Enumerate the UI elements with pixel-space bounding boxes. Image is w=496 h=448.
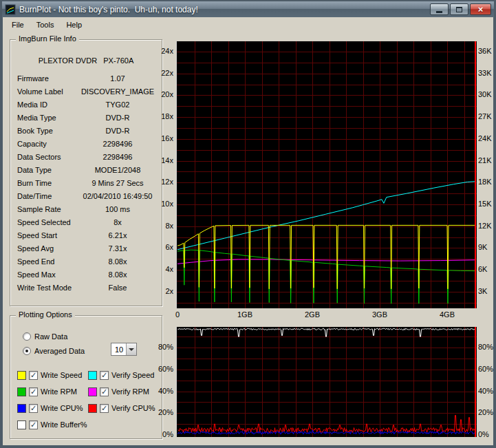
raw-data-radio[interactable] (23, 332, 31, 341)
x-axis-label: 2GB (305, 310, 320, 319)
legend-item-verify-cpu[interactable]: ✓ Verify CPU% (88, 400, 159, 416)
color-swatch (88, 387, 97, 396)
y-axis-label: 40% (158, 387, 173, 396)
info-label: Capacity (17, 140, 80, 148)
legend-item-write-cpu[interactable]: ✓ Write CPU% (17, 400, 88, 416)
y-axis-label: 2x (158, 287, 173, 296)
info-label: Date/Time (17, 192, 80, 200)
device-name: PLEXTOR DVDR PX-760A (10, 56, 162, 65)
info-value: 02/04/2010 16:49:50 (80, 192, 155, 200)
window-content: FileToolsHelp ImgBurn File Info PLEXTOR … (3, 17, 493, 445)
buffer-cpu-chart (176, 327, 477, 437)
info-value: 9 Mins 27 Secs (80, 179, 155, 187)
y-axis-label: 24x (158, 47, 173, 56)
legend-item-write-rpm[interactable]: ✓ Write RPM (17, 383, 88, 400)
y-axis-label: 10x (158, 200, 173, 209)
x-axis-label: 3GB (372, 310, 387, 319)
average-count-select[interactable]: 10 (111, 343, 137, 356)
legend-label: Write Buffer% (41, 420, 87, 429)
x-axis-label: 1GB (237, 310, 252, 319)
info-label: Burn Time (17, 179, 80, 187)
info-value: DVD-R (80, 114, 155, 122)
info-label: Volume Label (17, 87, 80, 96)
legend-label: Verify CPU% (111, 404, 155, 412)
info-value: TYG02 (80, 100, 155, 109)
title-bar[interactable]: BurnPlot - Not this boy's pinto. Uh-uh, … (2, 1, 494, 17)
y-axis-label: 6K (478, 265, 493, 274)
file-info-title: ImgBurn File Info (16, 34, 79, 43)
legend-item-verify-speed[interactable]: ✓ Verify Speed (88, 367, 159, 383)
y-axis-label: 20x (158, 90, 173, 99)
menu-item-tools[interactable]: Tools (30, 19, 61, 31)
menu-item-file[interactable]: File (6, 19, 30, 31)
color-swatch (88, 404, 97, 413)
y-axis-label: 12K (478, 222, 493, 231)
y-axis-label: 18K (478, 178, 493, 186)
maximize-button[interactable] (450, 3, 468, 15)
info-row: Volume Label DISCOVERY_IMAGE (10, 85, 162, 98)
close-button[interactable]: × (470, 3, 491, 15)
y-axis-label: 60% (478, 365, 493, 374)
y-axis-label: 36K (478, 47, 493, 56)
menu-bar: FileToolsHelp (3, 17, 493, 32)
info-label: Sample Rate (17, 205, 80, 213)
color-swatch (17, 404, 26, 413)
checkbox[interactable]: ✓ (29, 387, 38, 396)
averaged-data-label: Averaged Data (34, 347, 85, 355)
info-value: 1.07 (80, 74, 155, 83)
info-label: Write Test Mode (17, 284, 80, 292)
checkbox[interactable]: ✓ (100, 371, 109, 380)
info-row: Sample Rate 100 ms (10, 202, 162, 215)
info-label: Media ID (17, 100, 80, 109)
info-value: MODE1/2048 (80, 166, 155, 174)
y-axis-label: 6x (158, 243, 173, 252)
averaged-data-radio[interactable] (23, 347, 31, 355)
info-value: 8x (80, 218, 155, 226)
averaged-data-option[interactable]: Averaged Data (23, 347, 85, 355)
info-label: Media Type (17, 114, 80, 122)
info-row: Media Type DVD-R (10, 111, 162, 124)
checkbox[interactable]: ✓ (29, 404, 38, 413)
y-axis-label: 16x (158, 134, 173, 143)
info-row: Book Type DVD-R (10, 124, 162, 137)
color-swatch (17, 420, 26, 429)
checkbox[interactable]: ✓ (29, 420, 38, 429)
legend-item-verify-rpm[interactable]: ✓ Verify RPM (88, 383, 159, 400)
combo-dropdown-button[interactable] (126, 343, 136, 355)
info-value: DISCOVERY_IMAGE (80, 87, 155, 96)
chevron-down-icon (129, 348, 134, 351)
info-label: Speed Selected (17, 218, 80, 226)
file-info-rows: Firmware 1.07 Volume Label DISCOVERY_IMA… (10, 72, 162, 294)
x-axis-label: 0 (175, 310, 180, 319)
info-row: Data Sectors 2298496 (10, 150, 162, 163)
minimize-button[interactable] (430, 3, 449, 15)
legend-item-write-buffer[interactable]: ✓ Write Buffer% (17, 416, 88, 433)
raw-data-option[interactable]: Raw Data (23, 332, 67, 341)
color-swatch (17, 371, 26, 380)
y-axis-label: 20% (478, 408, 493, 417)
y-axis-label: 18x (158, 112, 173, 121)
legend-label: Verify Speed (111, 371, 154, 379)
info-label: Data Sectors (17, 153, 80, 161)
legend-item-write-speed[interactable]: ✓ Write Speed (17, 367, 88, 383)
info-value: 7.31x (80, 244, 155, 253)
menu-item-help[interactable]: Help (60, 19, 88, 31)
checkbox[interactable]: ✓ (29, 371, 38, 380)
checkbox[interactable]: ✓ (100, 387, 109, 396)
x-axis-label: 4GB (440, 310, 455, 319)
y-axis-label: 80% (478, 343, 493, 352)
info-row: Speed Start 6.21x (10, 228, 162, 242)
info-row: Data Type MODE1/2048 (10, 163, 162, 176)
info-row: Speed Selected 8x (10, 215, 162, 228)
y-axis-label: 20% (158, 408, 173, 417)
y-axis-label: 8x (158, 222, 173, 231)
y-axis-label: 12x (158, 178, 173, 186)
checkbox[interactable]: ✓ (100, 404, 109, 413)
info-value: 2298496 (80, 140, 155, 148)
info-value: False (80, 284, 155, 292)
info-value: 8.08x (80, 257, 155, 266)
info-value: 6.21x (80, 231, 155, 239)
info-row: Speed Avg 7.31x (10, 242, 162, 255)
speed-rpm-chart (176, 41, 477, 308)
info-row: Burn Time 9 Mins 27 Secs (10, 176, 162, 189)
